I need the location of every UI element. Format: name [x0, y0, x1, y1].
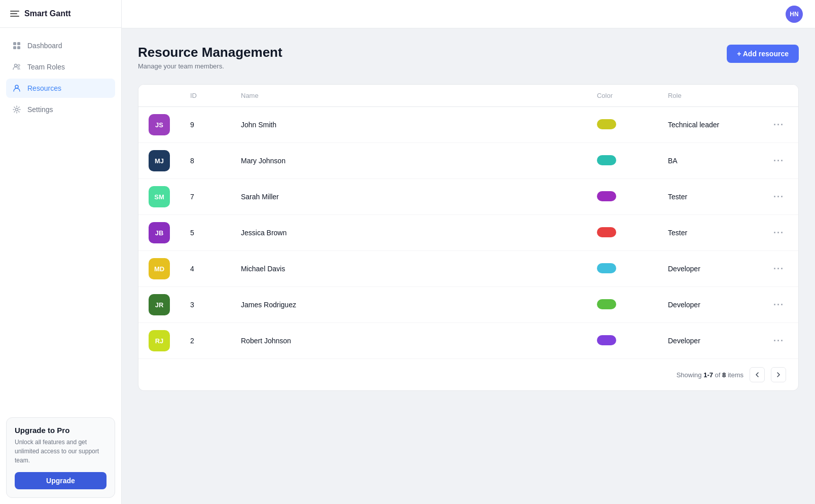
- page-subtitle: Manage your team members.: [138, 62, 282, 70]
- row-actions-button[interactable]: ···: [769, 226, 788, 240]
- color-swatch: [597, 335, 616, 345]
- avatar-cell: SM: [138, 179, 180, 215]
- name-cell: John Smith: [231, 107, 587, 143]
- table-row: JB 5 Jessica Brown Tester ···: [138, 215, 798, 251]
- id-cell: 9: [180, 107, 231, 143]
- resource-avatar: MD: [149, 258, 170, 279]
- actions-cell: ···: [759, 323, 798, 359]
- users-icon: [12, 62, 21, 71]
- sidebar-nav: Dashboard Team Roles Resou: [0, 28, 121, 411]
- id-cell: 5: [180, 215, 231, 251]
- name-cell: Robert Johnson: [231, 323, 587, 359]
- color-cell: [587, 323, 658, 359]
- resource-avatar: MJ: [149, 150, 170, 171]
- name-cell: Jessica Brown: [231, 215, 587, 251]
- table-row: MJ 8 Mary Johnson BA ···: [138, 143, 798, 179]
- id-cell: 7: [180, 179, 231, 215]
- col-header-id: ID: [180, 85, 231, 107]
- person-icon: [12, 84, 21, 93]
- resource-avatar: RJ: [149, 330, 170, 351]
- name-cell: James Rodriguez: [231, 287, 587, 323]
- table-row: MD 4 Michael Davis Developer ···: [138, 251, 798, 287]
- svg-rect-0: [13, 42, 16, 45]
- avatar[interactable]: HN: [786, 6, 803, 23]
- row-actions-button[interactable]: ···: [769, 334, 788, 348]
- sidebar-item-settings-label: Settings: [27, 105, 53, 114]
- col-header-role: Role: [658, 85, 759, 107]
- name-cell: Michael Davis: [231, 251, 587, 287]
- name-cell: Mary Johnson: [231, 143, 587, 179]
- resource-avatar: SM: [149, 186, 170, 207]
- avatar-cell: JS: [138, 107, 180, 143]
- add-resource-button[interactable]: + Add resource: [727, 45, 799, 63]
- row-actions-button[interactable]: ···: [769, 262, 788, 276]
- actions-cell: ···: [759, 107, 798, 143]
- svg-point-7: [16, 109, 18, 111]
- sidebar-item-resources[interactable]: Resources: [6, 79, 115, 98]
- page-title-group: Resource Management Manage your team mem…: [138, 45, 282, 70]
- pagination-total: 8: [722, 371, 726, 379]
- hamburger-icon[interactable]: [10, 11, 19, 17]
- resources-table-container: ID Name Color Role JS 9 John Smith Techn…: [138, 84, 799, 391]
- row-actions-button[interactable]: ···: [769, 298, 788, 312]
- pagination-showing: Showing: [677, 371, 703, 379]
- svg-point-5: [18, 64, 20, 66]
- avatar-cell: MJ: [138, 143, 180, 179]
- row-actions-button[interactable]: ···: [769, 118, 788, 132]
- upgrade-title: Upgrade to Pro: [15, 426, 107, 435]
- gear-icon: [12, 105, 21, 114]
- actions-cell: ···: [759, 251, 798, 287]
- pagination-items: items: [728, 371, 743, 379]
- table-row: JS 9 John Smith Technical leader ···: [138, 107, 798, 143]
- pagination-prev-button[interactable]: [750, 367, 765, 382]
- avatar-cell: JB: [138, 215, 180, 251]
- upgrade-description: Unlock all features and get unlimited ac…: [15, 438, 107, 465]
- id-cell: 2: [180, 323, 231, 359]
- col-header-avatar: [138, 85, 180, 107]
- role-cell: Developer: [658, 323, 759, 359]
- role-cell: Technical leader: [658, 107, 759, 143]
- row-actions-button[interactable]: ···: [769, 154, 788, 168]
- color-cell: [587, 179, 658, 215]
- color-swatch: [597, 227, 616, 237]
- page-title: Resource Management: [138, 45, 282, 60]
- table-body: JS 9 John Smith Technical leader ··· MJ …: [138, 107, 798, 359]
- color-cell: [587, 287, 658, 323]
- sidebar-item-team-roles[interactable]: Team Roles: [6, 57, 115, 77]
- sidebar-item-team-roles-label: Team Roles: [27, 63, 65, 71]
- color-swatch: [597, 191, 616, 201]
- row-actions-button[interactable]: ···: [769, 190, 788, 204]
- sidebar: Smart Gantt Dashboard: [0, 0, 122, 504]
- page-header: Resource Management Manage your team mem…: [138, 45, 799, 70]
- content-area: Resource Management Manage your team mem…: [122, 28, 815, 504]
- id-cell: 4: [180, 251, 231, 287]
- pagination-range: 1-7: [703, 371, 713, 379]
- sidebar-item-dashboard[interactable]: Dashboard: [6, 36, 115, 55]
- upgrade-button[interactable]: Upgrade: [15, 472, 107, 489]
- table-header: ID Name Color Role: [138, 85, 798, 107]
- avatar-cell: RJ: [138, 323, 180, 359]
- grid-icon: [12, 41, 21, 50]
- table-row: RJ 2 Robert Johnson Developer ···: [138, 323, 798, 359]
- color-cell: [587, 215, 658, 251]
- color-swatch: [597, 155, 616, 165]
- resources-table: ID Name Color Role JS 9 John Smith Techn…: [138, 85, 798, 358]
- topbar: HN: [122, 0, 815, 28]
- color-swatch: [597, 119, 616, 129]
- pagination-of: of: [715, 371, 722, 379]
- sidebar-item-resources-label: Resources: [27, 84, 61, 92]
- resource-avatar: JS: [149, 114, 170, 135]
- chevron-right-icon: [775, 371, 782, 378]
- pagination-info: Showing 1-7 of 8 items: [677, 371, 743, 379]
- id-cell: 8: [180, 143, 231, 179]
- pagination-next-button[interactable]: [771, 367, 786, 382]
- col-header-color: Color: [587, 85, 658, 107]
- table-row: JR 3 James Rodriguez Developer ···: [138, 287, 798, 323]
- svg-point-6: [15, 85, 18, 88]
- chevron-left-icon: [754, 371, 761, 378]
- upgrade-panel: Upgrade to Pro Unlock all features and g…: [6, 417, 115, 498]
- sidebar-item-dashboard-label: Dashboard: [27, 42, 62, 50]
- sidebar-item-settings[interactable]: Settings: [6, 100, 115, 119]
- resource-avatar: JB: [149, 222, 170, 243]
- name-cell: Sarah Miller: [231, 179, 587, 215]
